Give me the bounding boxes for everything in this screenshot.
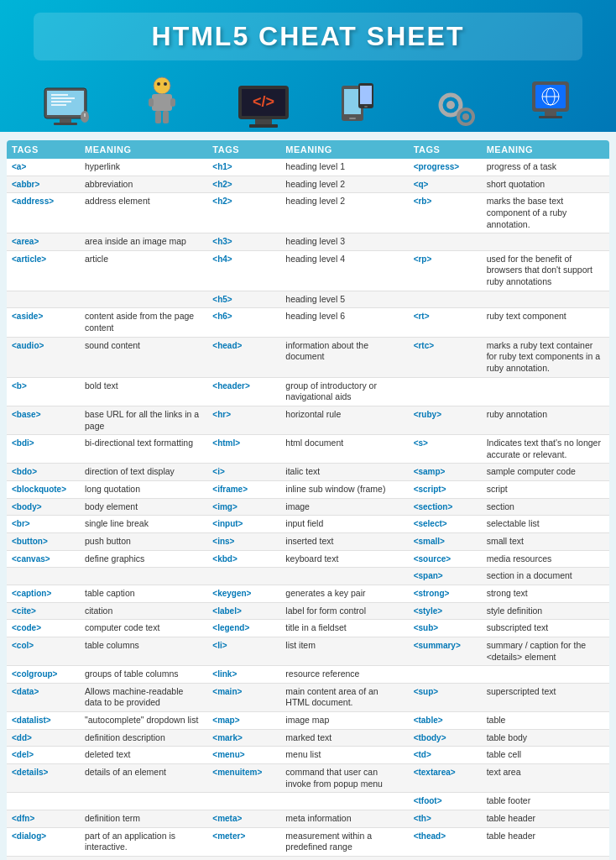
svg-rect-17 [163,111,169,123]
table-row: <audio>sound content<head>information ab… [7,337,609,377]
meaning-cell: heading level 5 [280,291,408,308]
table-row: <div>section in a document<nav>navigatio… [7,856,609,860]
meaning-cell: Allows machine-readable data to be provi… [80,683,207,711]
meaning-cell: bi-directional text formatting [80,435,207,464]
meaning-cell: deleted text [80,747,207,764]
meaning-cell: heading level 2 [280,193,408,233]
meaning-cell: italic text [280,464,408,481]
meaning-cell: media resources [482,550,609,568]
page-title: HTML5 CHEAT SHEET [34,13,582,60]
tag-cell: <rtc> [409,337,482,377]
tag-cell [409,377,482,406]
meaning-cell: heading level 6 [280,308,408,337]
tag-cell: <canvas> [7,550,80,568]
svg-rect-21 [255,119,272,124]
svg-rect-39 [539,116,562,118]
table-row: <br>single line break<input>input field<… [7,516,609,533]
svg-rect-28 [364,106,368,108]
table-row: <bdo>direction of text display<i>italic … [7,464,609,481]
tag-cell: <keygen> [207,585,280,602]
meaning-cell [80,568,207,585]
meaning-cell [482,291,609,308]
tag-cell: <header> [207,377,280,406]
meaning-cell: short quotation [482,176,609,193]
meaning-cell: area inside an image map [80,233,207,251]
meaning-cell: table [482,712,609,730]
meaning-cell: heading level 1 [280,159,408,176]
tag-cell: <thead> [409,827,482,856]
tag-cell: <area> [7,233,80,251]
svg-rect-15 [170,98,175,107]
tag-cell: <details> [7,763,80,792]
meaning-cell: selectable list [482,516,609,533]
table-row: <abbr>abbreviation<h2>heading level 2<q>… [7,176,609,193]
tag-cell: <samp> [409,464,482,481]
meaning-cell: table columns [80,637,207,665]
meaning-cell: style definition [482,602,609,620]
meaning-cell: marked text [280,729,408,747]
meaning-cell: computer code text [80,620,207,637]
table-row: <button>push button<ins>inserted text<sm… [7,533,609,551]
mobile-icon [340,81,386,132]
meaning-cell: marks the base text component of a ruby … [482,193,609,233]
meaning-cell: keyboard text [280,550,408,568]
svg-point-10 [154,77,170,94]
table-row: <article>article<h4>heading level 4<rp>u… [7,250,609,291]
table-row: <span>section in a document [7,568,609,585]
tag-cell: <map> [207,712,280,730]
meaning-cell: generates a key pair [280,585,408,602]
meaning-cell: single line break [80,516,207,533]
tag-cell: <source> [409,550,482,568]
header-icons: </> [17,65,599,132]
meaning-cell: text area [482,763,609,792]
tag-cell [409,233,482,251]
tag-cell: <link> [207,666,280,684]
svg-rect-27 [360,86,372,104]
meaning-cell: table footer [482,793,609,810]
globe-icon [525,77,576,132]
tag-cell: <body> [7,498,80,516]
meaning-cell: inline sub window (frame) [280,481,408,499]
table-row: <data>Allows machine-readable data to be… [7,683,609,711]
tag-cell: <bdi> [7,435,80,464]
tag-cell: <article> [7,250,80,291]
meaning-cell: inserted text [280,533,408,551]
col-header-tags-2: TAGS [207,140,280,159]
table-row: <address>address element<h2>heading leve… [7,193,609,233]
meaning-cell: image [280,498,408,516]
table-row: <del>deleted text<menu>menu list<td>tabl… [7,747,609,764]
tag-cell: <html> [207,435,280,464]
meaning-cell: information about the document [280,337,408,377]
meaning-cell: table header [482,810,609,827]
tag-cell: <main> [207,683,280,711]
table-area: TAGS MEANING TAGS MEANING TAGS MEANING <… [0,132,616,860]
tag-cell: <audio> [7,337,80,377]
tag-cell: <b> [7,377,80,406]
tag-cell [7,793,80,810]
meaning-cell [482,666,609,684]
meaning-cell: definition term [80,810,207,827]
table-row: <blockquote>long quotation<iframe>inline… [7,481,609,499]
tag-cell: <time> [409,856,482,860]
tag-cell: <i> [207,464,280,481]
meaning-cell: menu list [280,747,408,764]
table-row: <cite>citation<label>label for form cont… [7,602,609,620]
svg-rect-5 [51,104,66,106]
svg-point-32 [462,113,469,120]
tag-cell: <col> [7,637,80,665]
meaning-cell: main content area of an HTML document. [280,683,408,711]
meaning-cell: navigation links [280,856,408,860]
tag-cell: <h5> [207,291,280,308]
table-row: <b>bold text<header>group of introductor… [7,377,609,406]
tag-cell [7,291,80,308]
table-row: <caption>table caption<keygen>generates … [7,585,609,602]
meaning-cell: body element [80,498,207,516]
meaning-cell: list item [280,637,408,665]
meaning-cell: citation [80,602,207,620]
meaning-cell: measurement within a predefined range [280,827,408,856]
meaning-cell [482,377,609,406]
svg-rect-16 [155,111,161,123]
tag-cell: <h4> [207,250,280,291]
meaning-cell: part of an application is interactive. [80,827,207,856]
meaning-cell [80,793,207,810]
